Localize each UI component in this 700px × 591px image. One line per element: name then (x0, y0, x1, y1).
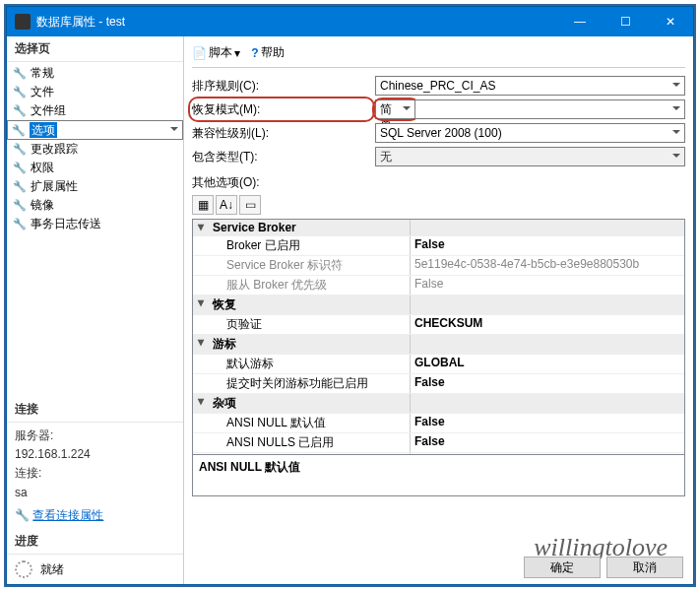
compat-select[interactable]: SQL Server 2008 (100) (375, 123, 685, 143)
category-name: 杂项 (209, 394, 411, 413)
wrench-icon: 🔧 (13, 67, 27, 80)
ok-button[interactable]: 确定 (524, 557, 601, 578)
property-value[interactable]: False (411, 453, 684, 454)
contain-select: 无 (375, 147, 685, 166)
category-name: 恢复 (209, 296, 411, 314)
collation-label: 排序规则(C): (192, 76, 369, 96)
contain-label: 包含类型(T): (192, 147, 369, 166)
property-row[interactable]: Service Broker 标识符5e119e4c-0538-4e74-b5c… (193, 256, 684, 276)
wrench-icon: 🔧 (13, 199, 27, 212)
progress-status: 就绪 (40, 561, 64, 578)
recovery-label: 恢复模式(M): (192, 99, 369, 119)
nav-item-general[interactable]: 🔧常规 (7, 64, 183, 83)
property-key: ANSI NULLS 已启用 (209, 433, 411, 452)
connection-value: sa (15, 484, 175, 502)
minimize-button[interactable]: — (557, 7, 603, 36)
connection-info: 服务器: 192.168.1.224 连接: sa 🔧 查看连接属性 (7, 423, 183, 529)
connection-header: 连接 (7, 397, 183, 423)
wrench-icon: 🔧 (13, 218, 27, 230)
help-button[interactable]: ? 帮助 (251, 44, 284, 61)
nav-item-change-tracking[interactable]: 🔧更改跟踪 (7, 140, 183, 159)
property-value[interactable]: GLOBAL (411, 355, 684, 373)
collapse-icon[interactable]: ▾ (193, 220, 209, 235)
other-options-label: 其他选项(O): (192, 174, 685, 191)
property-key: ANSI 警告已启用 (209, 453, 411, 454)
titlebar: 数据库属性 - test — ☐ ✕ (7, 7, 693, 36)
property-row[interactable]: Broker 已启用False (193, 236, 684, 256)
progress-area: 就绪 (7, 555, 183, 584)
collapse-icon[interactable]: ▾ (193, 296, 209, 314)
category-name: 游标 (209, 335, 411, 354)
property-row[interactable]: 服从 Broker 优先级False (193, 276, 684, 296)
sort-az-button[interactable]: A↓ (216, 195, 237, 215)
nav-item-log-shipping[interactable]: 🔧事务日志传送 (7, 215, 183, 233)
window-title: 数据库属性 - test (36, 14, 125, 31)
wrench-icon: 🔧 (13, 143, 27, 156)
left-panel: 选择页 🔧常规 🔧文件 🔧文件组 🔧选项 🔧更改跟踪 🔧权限 🔧扩展属性 🔧镜像… (7, 36, 184, 584)
nav-item-filegroups[interactable]: 🔧文件组 (7, 101, 183, 120)
property-row[interactable]: ANSI NULL 默认值False (193, 414, 684, 433)
wrench-icon: 🔧 (13, 86, 27, 98)
property-key: 页验证 (209, 315, 411, 334)
options-form: 排序规则(C): Chinese_PRC_CI_AS 恢复模式(M): 简单 兼… (192, 76, 685, 166)
server-label: 服务器: (15, 427, 175, 445)
wrench-icon: 🔧 (12, 122, 26, 138)
recovery-select[interactable] (414, 99, 685, 119)
property-value[interactable]: False (411, 414, 684, 432)
categorize-button[interactable]: ▦ (192, 195, 214, 215)
property-row[interactable]: 默认游标GLOBAL (193, 355, 684, 374)
property-row[interactable]: 页验证CHECKSUM (193, 315, 684, 335)
property-value[interactable]: False (411, 236, 684, 255)
nav-list: 🔧常规 🔧文件 🔧文件组 🔧选项 🔧更改跟踪 🔧权限 🔧扩展属性 🔧镜像 🔧事务… (7, 62, 183, 235)
server-value: 192.168.1.224 (15, 445, 175, 464)
compat-label: 兼容性级别(L): (192, 123, 369, 143)
app-icon (15, 14, 31, 30)
select-page-header: 选择页 (7, 36, 183, 62)
collapse-icon[interactable]: ▾ (193, 335, 209, 354)
property-row[interactable]: 提交时关闭游标功能已启用False (193, 374, 684, 394)
recovery-select-wrap[interactable]: 简单 (375, 99, 685, 119)
view-connection-props-link[interactable]: 查看连接属性 (32, 508, 103, 522)
nav-item-files[interactable]: 🔧文件 (7, 83, 183, 101)
property-key: Service Broker 标识符 (209, 256, 411, 275)
property-row[interactable]: ANSI 警告已启用False (193, 453, 684, 454)
collapse-icon[interactable]: ▾ (193, 394, 209, 413)
property-key: 服从 Broker 优先级 (209, 276, 411, 295)
wrench-icon: 🔧 (13, 162, 27, 174)
cancel-button[interactable]: 取消 (606, 557, 683, 578)
nav-item-extended-props[interactable]: 🔧扩展属性 (7, 177, 183, 196)
toolbar: 📄 脚本 ▾ ? 帮助 (192, 40, 685, 68)
recovery-value-box[interactable]: 简单 (375, 99, 414, 119)
script-button[interactable]: 📄 脚本 ▾ (192, 44, 240, 61)
connection-label: 连接: (15, 464, 175, 483)
property-detail: ANSI NULL 默认值 (192, 455, 685, 496)
wrench-icon: 🔧 (13, 104, 27, 117)
wrench-icon: 🔧 (13, 180, 27, 193)
property-row[interactable]: ANSI NULLS 已启用False (193, 433, 684, 453)
progress-header: 进度 (7, 529, 183, 555)
property-grid[interactable]: ▾Service BrokerBroker 已启用FalseService Br… (192, 219, 685, 455)
property-value[interactable]: False (411, 276, 684, 295)
nav-item-permissions[interactable]: 🔧权限 (7, 159, 183, 177)
nav-item-mirroring[interactable]: 🔧镜像 (7, 196, 183, 215)
property-value[interactable]: False (411, 374, 684, 393)
right-panel: 📄 脚本 ▾ ? 帮助 排序规则(C): Chinese_PRC_CI_AS 恢… (184, 36, 693, 584)
property-key: ANSI NULL 默认值 (209, 414, 411, 432)
pages-button[interactable]: ▭ (239, 195, 261, 215)
collation-select[interactable]: Chinese_PRC_CI_AS (375, 76, 685, 96)
category-name: Service Broker (209, 220, 411, 235)
nav-item-options[interactable]: 🔧选项 (7, 120, 183, 140)
maximize-button[interactable]: ☐ (603, 7, 648, 36)
property-key: 默认游标 (209, 355, 411, 373)
property-key: Broker 已启用 (209, 236, 411, 255)
property-value[interactable]: 5e119e4c-0538-4e74-b5cb-e3e9e880530b (411, 256, 684, 275)
property-value[interactable]: False (411, 433, 684, 452)
property-value[interactable]: CHECKSUM (411, 315, 684, 334)
close-button[interactable]: ✕ (648, 7, 693, 36)
spinner-icon (15, 560, 32, 578)
grid-toolbar: ▦ A↓ ▭ (192, 193, 685, 219)
property-key: 提交时关闭游标功能已启用 (209, 374, 411, 393)
